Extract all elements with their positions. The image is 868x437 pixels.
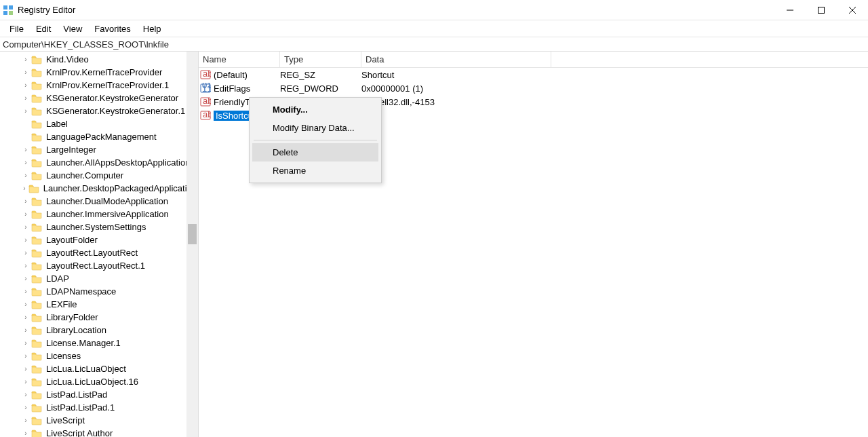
tree-item[interactable]: ›Launcher.DualModeApplication: [3, 195, 198, 208]
chevron-right-icon[interactable]: ›: [22, 314, 30, 321]
folder-icon: [31, 339, 42, 348]
menu-favorites[interactable]: Favorites: [89, 22, 136, 35]
chevron-right-icon[interactable]: ›: [22, 159, 30, 166]
tree-item[interactable]: ›LargeInteger: [3, 143, 198, 156]
chevron-right-icon[interactable]: ›: [22, 391, 30, 398]
key-tree[interactable]: ›Kind.Video›KrnlProv.KernelTraceProvider…: [0, 52, 199, 437]
chevron-right-icon[interactable]: ›: [22, 352, 30, 360]
tree-item-label: Launcher.DesktopPackagedApplication: [42, 183, 198, 193]
tree-item-label: LDAPNamespace: [45, 286, 117, 297]
folder-icon: [31, 81, 42, 90]
maximize-button[interactable]: [806, 0, 837, 20]
tree-item[interactable]: ›KrnlProv.KernelTraceProvider: [3, 66, 198, 79]
chevron-right-icon[interactable]: ›: [22, 301, 30, 308]
chevron-right-icon[interactable]: ›: [22, 236, 30, 244]
chevron-right-icon[interactable]: ›: [22, 81, 30, 89]
chevron-right-icon[interactable]: ›: [22, 262, 30, 269]
chevron-right-icon[interactable]: ›: [22, 417, 30, 424]
menu-edit[interactable]: Edit: [31, 22, 56, 35]
folder-icon: [31, 403, 42, 413]
ctx-rename[interactable]: Rename: [252, 162, 378, 180]
tree-item[interactable]: ›LibraryFolder: [3, 311, 198, 324]
tree-item[interactable]: ›Kind.Video: [3, 53, 198, 66]
chevron-right-icon[interactable]: ›: [22, 249, 30, 256]
ctx-modify-binary[interactable]: Modify Binary Data...: [252, 119, 378, 137]
tree-item[interactable]: ›LayoutRect.LayoutRect.1: [3, 259, 198, 272]
chevron-right-icon[interactable]: ›: [22, 339, 30, 347]
tree-item[interactable]: ›LicLua.LicLuaObject.16: [3, 375, 198, 388]
tree-item[interactable]: ›KrnlProv.KernelTraceProvider.1: [3, 79, 198, 92]
chevron-right-icon[interactable]: ›: [22, 107, 30, 115]
column-type[interactable]: Type: [280, 52, 361, 67]
chevron-right-icon[interactable]: ›: [22, 430, 30, 437]
chevron-right-icon[interactable]: ›: [22, 210, 30, 218]
chevron-right-icon[interactable]: ›: [22, 94, 30, 102]
chevron-right-icon[interactable]: ›: [22, 185, 27, 192]
folder-icon: [31, 261, 42, 271]
tree-item[interactable]: ›Launcher.DesktopPackagedApplication: [3, 182, 198, 195]
chevron-right-icon[interactable]: ›: [22, 56, 30, 63]
tree-item[interactable]: ›LDAPNamespace: [3, 285, 198, 298]
tree-item[interactable]: ›Label: [3, 117, 198, 130]
value-type-icon: 011110: [200, 83, 211, 94]
menu-help[interactable]: Help: [138, 22, 167, 35]
tree-item[interactable]: ›LanguagePackManagement: [3, 130, 198, 143]
svg-rect-0: [3, 5, 7, 10]
value-data: 0x00000001 (1): [361, 83, 423, 94]
tree-item[interactable]: ›LiveScript Author: [3, 427, 198, 437]
chevron-right-icon[interactable]: ›: [22, 146, 30, 153]
tree-item[interactable]: ›LayoutRect.LayoutRect: [3, 246, 198, 259]
tree-item[interactable]: ›LEXFile: [3, 298, 198, 311]
address-bar[interactable]: Computer\HKEY_CLASSES_ROOT\lnkfile: [0, 37, 868, 52]
tree-item[interactable]: ›LDAP: [3, 272, 198, 285]
tree-item-label: Launcher.Computer: [45, 170, 125, 180]
column-data[interactable]: Data: [361, 52, 551, 67]
tree-item[interactable]: ›ListPad.ListPad.1: [3, 401, 198, 414]
chevron-right-icon[interactable]: ›: [22, 365, 30, 373]
chevron-right-icon[interactable]: ›: [22, 378, 30, 385]
folder-icon: [31, 223, 42, 232]
minimize-button[interactable]: [774, 0, 806, 20]
tree-item-label: ListPad.ListPad: [45, 390, 108, 400]
close-button[interactable]: [837, 0, 868, 20]
tree-item[interactable]: ›Launcher.AllAppsDesktopApplication: [3, 156, 198, 169]
chevron-right-icon[interactable]: ›: [22, 275, 30, 282]
tree-item[interactable]: ›LayoutFolder: [3, 233, 198, 246]
value-type-icon: ab: [200, 110, 211, 121]
tree-item-label: LDAP: [45, 273, 71, 284]
title-bar: Registry Editor: [0, 0, 868, 20]
tree-item[interactable]: ›LicLua.LicLuaObject: [3, 362, 198, 375]
tree-item[interactable]: ›KSGenerator.KeystrokeGenerator: [3, 92, 198, 104]
tree-scroll-thumb[interactable]: [188, 224, 197, 244]
tree-item-label: KrnlProv.KernelTraceProvider.1: [45, 80, 170, 90]
tree-item[interactable]: ›ListPad.ListPad: [3, 388, 198, 401]
tree-item[interactable]: ›KSGenerator.KeystrokeGenerator.1: [3, 104, 198, 117]
value-data: Shortcut: [361, 70, 394, 80]
tree-item[interactable]: ›Launcher.SystemSettings: [3, 221, 198, 233]
chevron-right-icon[interactable]: ›: [22, 197, 30, 205]
tree-item[interactable]: ›Launcher.Computer: [3, 169, 198, 182]
chevron-right-icon[interactable]: ›: [22, 223, 30, 231]
tree-item-label: LiveScript: [45, 415, 86, 425]
chevron-right-icon[interactable]: ›: [22, 288, 30, 295]
tree-item-label: LicLua.LicLuaObject.16: [45, 377, 140, 387]
app-icon: [3, 5, 14, 16]
value-row[interactable]: 011110EditFlagsREG_DWORD0x00000001 (1): [199, 81, 868, 95]
tree-scrollbar[interactable]: [186, 52, 198, 437]
ctx-modify[interactable]: Modify...: [252, 100, 378, 119]
chevron-right-icon[interactable]: ›: [22, 326, 30, 334]
column-name[interactable]: Name: [199, 52, 280, 67]
menu-view[interactable]: View: [58, 22, 87, 35]
tree-item[interactable]: ›License.Manager.1: [3, 337, 198, 349]
tree-item[interactable]: ›Licenses: [3, 349, 198, 362]
value-row[interactable]: ab(Default)REG_SZShortcut: [199, 68, 868, 81]
chevron-right-icon[interactable]: ›: [22, 172, 30, 179]
tree-item[interactable]: ›LiveScript: [3, 414, 198, 427]
chevron-right-icon[interactable]: ›: [22, 69, 30, 76]
tree-item[interactable]: ›Launcher.ImmersiveApplication: [3, 208, 198, 221]
folder-icon: [31, 68, 42, 77]
chevron-right-icon[interactable]: ›: [22, 404, 30, 411]
tree-item[interactable]: ›LibraryLocation: [3, 324, 198, 337]
menu-file[interactable]: File: [4, 22, 29, 35]
ctx-delete[interactable]: Delete: [252, 143, 378, 162]
